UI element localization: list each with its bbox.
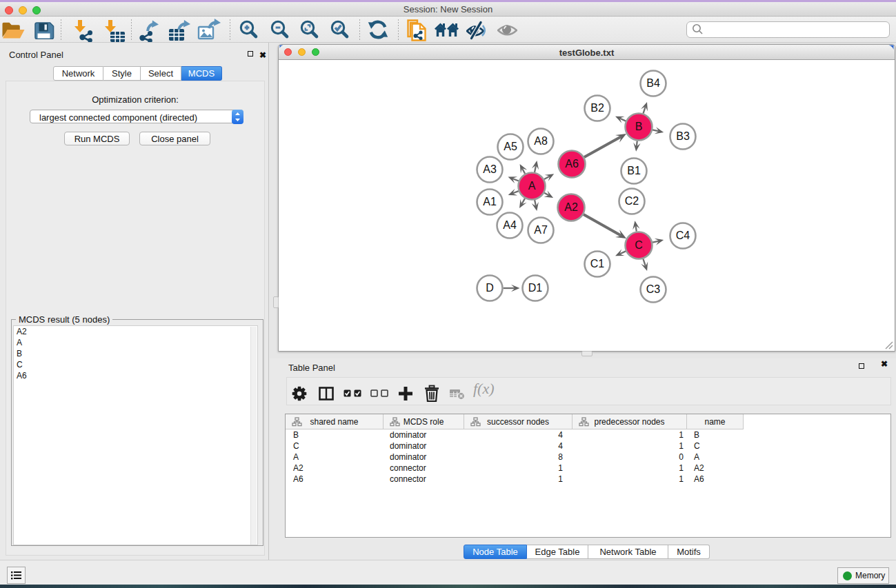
svg-text:C3: C3: [646, 283, 661, 295]
svg-text:B2: B2: [590, 102, 604, 114]
svg-text:A7: A7: [534, 224, 548, 236]
svg-text:B: B: [635, 121, 643, 132]
svg-text:C: C: [635, 239, 643, 251]
svg-text:B4: B4: [646, 77, 660, 89]
svg-text:A1: A1: [483, 196, 497, 207]
svg-text:A6: A6: [565, 158, 579, 170]
svg-text:B3: B3: [676, 130, 690, 142]
svg-text:D: D: [486, 282, 494, 294]
svg-text:A4: A4: [503, 219, 517, 231]
svg-text:A8: A8: [534, 135, 548, 147]
svg-text:D1: D1: [528, 282, 543, 294]
svg-text:A2: A2: [564, 201, 578, 213]
svg-text:C4: C4: [676, 230, 690, 241]
svg-text:A3: A3: [483, 163, 497, 175]
svg-text:A: A: [528, 180, 536, 192]
svg-text:B1: B1: [627, 165, 641, 176]
svg-text:C1: C1: [590, 258, 605, 270]
svg-text:A5: A5: [504, 141, 517, 152]
svg-text:C2: C2: [625, 195, 639, 207]
